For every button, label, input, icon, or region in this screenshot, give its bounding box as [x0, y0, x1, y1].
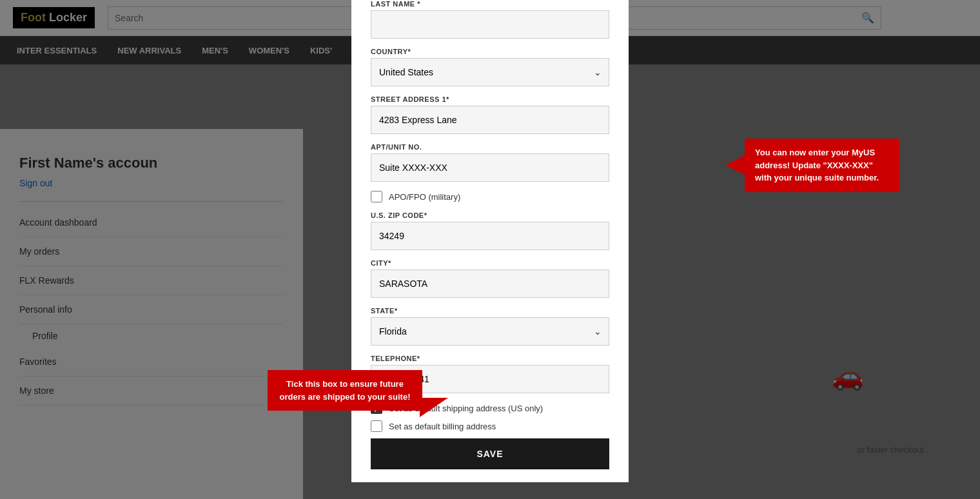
callout-left-text: Tick this box to ensure future orders ar… [280, 379, 411, 402]
street-address-label: STREET ADDRESS 1* [371, 95, 609, 103]
last-name-label: LAST NAME * [371, 0, 609, 8]
apo-fpo-row: APO/FPO (military) [371, 191, 609, 202]
last-name-input[interactable] [371, 10, 609, 39]
last-name-group: LAST NAME * [371, 0, 609, 39]
country-label: COUNTRY* [371, 48, 609, 55]
state-select-wrapper: Florida ⌄ [371, 317, 609, 346]
apo-fpo-checkbox[interactable] [371, 191, 382, 202]
country-select-wrapper: United States ⌄ [371, 58, 609, 86]
city-input[interactable] [371, 269, 609, 298]
state-label: STATE* [371, 307, 609, 315]
telephone-label: TELEPHONE* [371, 355, 609, 362]
callout-default-shipping: Tick this box to ensure future orders ar… [268, 370, 422, 411]
state-group: STATE* Florida ⌄ [371, 307, 609, 346]
city-label: CITY* [371, 259, 609, 267]
callout-suite-number: You can now enter your MyUS address! Upd… [745, 139, 899, 192]
default-billing-label: Set as default billing address [389, 422, 496, 431]
street-address-input[interactable] [371, 106, 609, 134]
apo-fpo-label: APO/FPO (military) [389, 192, 460, 202]
default-billing-row: Set as default billing address [371, 420, 609, 432]
zip-code-group: U.S. ZIP CODE* [371, 211, 609, 250]
city-group: CITY* [371, 259, 609, 298]
zip-code-label: U.S. ZIP CODE* [371, 211, 609, 219]
street-address-group: STREET ADDRESS 1* [371, 95, 609, 134]
callout-right-text: You can now enter your MyUS address! Upd… [755, 148, 879, 182]
state-select[interactable]: Florida [371, 317, 609, 346]
save-button[interactable]: SAVE [371, 438, 609, 469]
zip-code-input[interactable] [371, 222, 609, 250]
apt-unit-input[interactable] [371, 153, 609, 182]
apt-unit-group: APT/UNIT NO. [371, 143, 609, 182]
default-billing-checkbox[interactable] [371, 420, 382, 432]
country-select[interactable]: United States [371, 58, 609, 86]
apt-unit-label: APT/UNIT NO. [371, 143, 609, 151]
country-group: COUNTRY* United States ⌄ [371, 48, 609, 86]
